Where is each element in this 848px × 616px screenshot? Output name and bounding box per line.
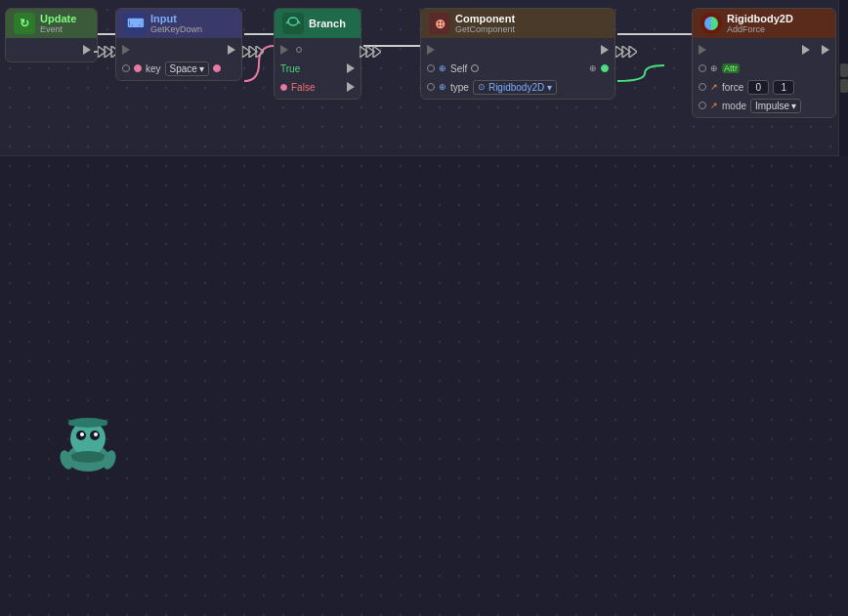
addforce-title: Rigidbody2D (727, 13, 793, 24)
scroll-up-btn[interactable] (840, 63, 848, 77)
node-canvas[interactable]: ↻ Update Event (0, 0, 848, 616)
multi-arrow-4 (615, 46, 637, 58)
getkeydown-header: ⌨ Input GetKeyDown (116, 9, 241, 38)
getcomponent-type-label: type (450, 82, 469, 93)
addforce-force-y[interactable] (773, 80, 794, 95)
branch-exec-row (280, 42, 355, 58)
svg-rect-19 (68, 420, 107, 426)
node-getkeydown[interactable]: ⌨ Input GetKeyDown key (115, 8, 242, 81)
getkeydown-body: key Space ▾ (116, 38, 241, 80)
addforce-atget2: ⊕ (710, 63, 718, 73)
getcomponent-exec-out (601, 45, 609, 55)
rigidbody-icon: ⊙ (478, 82, 486, 92)
lower-canvas[interactable] (0, 157, 848, 616)
impulse-chevron: ▾ (791, 101, 796, 111)
addforce-force-x[interactable] (747, 80, 769, 95)
multi-arrow-3 (360, 46, 381, 58)
node-update-header: ↻ Update Event (6, 9, 97, 38)
addforce-icon (700, 13, 722, 34)
addforce-header: Rigidbody2D AddForce (693, 9, 835, 38)
addforce-subtitle: AddForce (727, 24, 793, 34)
branch-true-row: True (280, 61, 355, 76)
node-getcomponent[interactable]: ⊕ Component GetComponent ⊕ S (420, 8, 615, 100)
node-update-event[interactable]: ↻ Update Event (5, 8, 98, 62)
getcomponent-type-in (427, 83, 435, 91)
getkeydown-exec-out (228, 45, 235, 55)
branch-false-label: False (291, 82, 315, 93)
svg-point-16 (80, 432, 84, 436)
getcomponent-self-label: Self (450, 63, 467, 74)
wire-getcomponent-addforce (615, 46, 637, 58)
getkeydown-key-row: key Space ▾ (122, 61, 235, 76)
branch-true-label: True (280, 63, 300, 74)
getcomponent-header: ⊕ Component GetComponent (421, 9, 615, 38)
addforce-mode-in (699, 102, 706, 109)
nodes-area: ↻ Update Event (0, 0, 848, 156)
getcomponent-self-row: ⊕ Self ⊕ (427, 61, 609, 76)
getkeydown-key-pin-right (213, 64, 221, 72)
getkeydown-exec-in (122, 45, 130, 55)
getcomponent-self-circle (471, 64, 479, 72)
mascot-svg (54, 411, 122, 479)
update-subtitle: Event (40, 24, 76, 34)
getcomponent-type-row: ⊕ type ⊙ Rigidbody2D ▾ (427, 79, 609, 95)
addforce-target-row: ⊕ Attr (699, 61, 829, 76)
impulse-value: Impulse (755, 101, 789, 111)
branch-true-port (347, 63, 355, 73)
multi-arrow-2 (242, 46, 264, 58)
branch-false-port (347, 82, 355, 92)
svg-point-20 (70, 451, 106, 463)
getcomponent-body: ⊕ Self ⊕ ⊕ type ⊙ Rigidbody2D (421, 38, 615, 99)
right-scroll[interactable] (838, 0, 848, 156)
getcomponent-exec-row (427, 42, 609, 58)
node-addforce[interactable]: Rigidbody2D AddForce ⊕ At (692, 8, 836, 118)
addforce-mode-label: mode (722, 101, 746, 111)
branch-exec-in (280, 45, 288, 55)
branch-false-dot (280, 84, 287, 91)
getkeydown-space-dropdown[interactable]: Space ▾ (165, 62, 209, 76)
space-value: Space (170, 63, 197, 74)
getcomponent-icon: ⊕ (429, 13, 450, 34)
update-exec-out-port (83, 45, 91, 55)
update-title: Update (40, 13, 76, 24)
getcomponent-subtitle: GetComponent (455, 24, 515, 34)
wire-branch-getcomponent (360, 46, 381, 58)
branch-icon (282, 13, 304, 34)
mascot (54, 411, 122, 479)
wire-getkeydown-branch (242, 46, 264, 58)
branch-body: True False (275, 38, 360, 99)
getcomponent-result-port (601, 64, 609, 72)
addforce-attr-tag: Attr (722, 63, 740, 73)
node-branch[interactable]: Branch True False (274, 8, 361, 100)
addforce-mode-dropdown[interactable]: Impulse ▾ (750, 99, 801, 113)
space-chevron: ▾ (199, 63, 204, 74)
update-exec-out (12, 42, 91, 58)
branch-header: Branch (275, 9, 360, 38)
branch-bool-in (296, 47, 302, 53)
getcomponent-self-in (427, 64, 435, 72)
getcomponent-type-icon: ⊕ (439, 82, 446, 92)
update-icon: ↻ (14, 13, 35, 34)
addforce-mode-icon: ↗ (710, 101, 718, 110)
addforce-circle-icon (704, 17, 718, 30)
svg-point-17 (94, 432, 98, 436)
getcomponent-type-dropdown[interactable]: ⊙ Rigidbody2D ▾ (473, 80, 557, 95)
rigidbody-value: Rigidbody2D (488, 82, 544, 93)
getkeydown-icon: ⌨ (124, 13, 146, 34)
addforce-exec-in (699, 45, 706, 55)
addforce-body: ⊕ Attr ↗ force ↗ mode Impulse (693, 38, 835, 117)
getkeydown-subtitle: GetKeyDown (150, 24, 202, 34)
scroll-down-btn[interactable] (840, 79, 848, 93)
addforce-mode-row: ↗ mode Impulse ▾ (699, 98, 829, 113)
branch-false-row: False (280, 79, 355, 95)
getcomponent-title: Component (455, 13, 515, 24)
branch-svg-icon (285, 16, 301, 31)
rigidbody-chevron: ▾ (547, 82, 552, 93)
getcomponent-atget-label: ⊕ (589, 63, 597, 73)
addforce-force-icon: ↗ (710, 82, 718, 92)
branch-title: Branch (309, 18, 346, 29)
addforce-target-in (699, 64, 706, 72)
getkeydown-key-label: key (146, 63, 161, 74)
getcomponent-exec-in (427, 45, 435, 55)
getkeydown-title: Input (150, 13, 202, 24)
